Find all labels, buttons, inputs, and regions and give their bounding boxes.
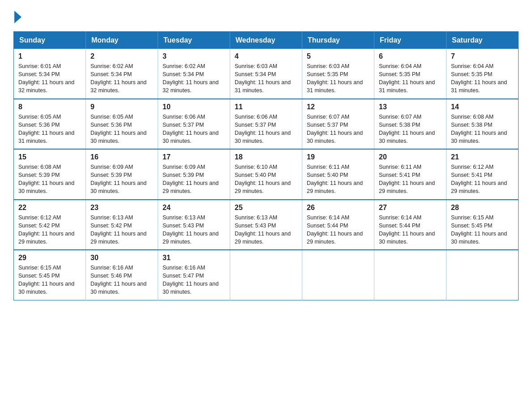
day-number: 28 bbox=[451, 204, 514, 212]
calendar-cell: 29Sunrise: 6:15 AMSunset: 5:45 PMDayligh… bbox=[14, 250, 86, 300]
calendar-week-row: 8Sunrise: 6:05 AMSunset: 5:36 PMDaylight… bbox=[14, 99, 519, 150]
calendar-cell: 13Sunrise: 6:07 AMSunset: 5:38 PMDayligh… bbox=[374, 99, 446, 150]
calendar-cell: 25Sunrise: 6:13 AMSunset: 5:43 PMDayligh… bbox=[230, 200, 302, 250]
weekday-header-sunday: Sunday bbox=[14, 32, 86, 49]
day-number: 22 bbox=[18, 204, 81, 212]
calendar-cell bbox=[230, 250, 302, 300]
calendar-cell: 22Sunrise: 6:12 AMSunset: 5:42 PMDayligh… bbox=[14, 200, 86, 250]
calendar-cell: 3Sunrise: 6:02 AMSunset: 5:34 PMDaylight… bbox=[158, 49, 230, 99]
calendar-cell: 7Sunrise: 6:04 AMSunset: 5:35 PMDaylight… bbox=[446, 49, 519, 99]
day-number: 25 bbox=[235, 204, 297, 212]
weekday-header-saturday: Saturday bbox=[446, 32, 519, 49]
day-info: Sunrise: 6:05 AMSunset: 5:36 PMDaylight:… bbox=[18, 113, 81, 146]
day-number: 27 bbox=[379, 204, 442, 212]
day-number: 12 bbox=[307, 103, 369, 111]
day-info: Sunrise: 6:15 AMSunset: 5:45 PMDaylight:… bbox=[18, 264, 81, 296]
day-number: 5 bbox=[307, 52, 369, 60]
day-info: Sunrise: 6:04 AMSunset: 5:35 PMDaylight:… bbox=[379, 62, 442, 95]
day-info: Sunrise: 6:03 AMSunset: 5:34 PMDaylight:… bbox=[235, 62, 297, 95]
calendar-cell: 20Sunrise: 6:11 AMSunset: 5:41 PMDayligh… bbox=[374, 149, 446, 200]
day-info: Sunrise: 6:13 AMSunset: 5:43 PMDaylight:… bbox=[163, 214, 225, 246]
calendar-cell: 1Sunrise: 6:01 AMSunset: 5:34 PMDaylight… bbox=[14, 49, 86, 99]
page-header bbox=[13, 9, 519, 23]
weekday-header-wednesday: Wednesday bbox=[230, 32, 302, 49]
day-info: Sunrise: 6:14 AMSunset: 5:44 PMDaylight:… bbox=[379, 214, 442, 246]
day-number: 18 bbox=[235, 153, 297, 161]
day-info: Sunrise: 6:01 AMSunset: 5:34 PMDaylight:… bbox=[18, 62, 81, 95]
calendar-cell: 28Sunrise: 6:15 AMSunset: 5:45 PMDayligh… bbox=[446, 200, 519, 250]
logo bbox=[13, 9, 23, 23]
day-info: Sunrise: 6:09 AMSunset: 5:39 PMDaylight:… bbox=[163, 163, 225, 196]
day-number: 26 bbox=[307, 204, 369, 212]
calendar-cell: 23Sunrise: 6:13 AMSunset: 5:42 PMDayligh… bbox=[86, 200, 158, 250]
calendar-cell: 10Sunrise: 6:06 AMSunset: 5:37 PMDayligh… bbox=[158, 99, 230, 150]
weekday-header-friday: Friday bbox=[374, 32, 446, 49]
day-info: Sunrise: 6:07 AMSunset: 5:37 PMDaylight:… bbox=[307, 113, 369, 146]
day-number: 31 bbox=[163, 254, 225, 262]
day-number: 9 bbox=[90, 103, 153, 111]
calendar-cell: 19Sunrise: 6:11 AMSunset: 5:40 PMDayligh… bbox=[302, 149, 374, 200]
calendar-cell bbox=[374, 250, 446, 300]
day-number: 15 bbox=[18, 153, 81, 161]
day-info: Sunrise: 6:06 AMSunset: 5:37 PMDaylight:… bbox=[163, 113, 225, 146]
calendar-cell: 17Sunrise: 6:09 AMSunset: 5:39 PMDayligh… bbox=[158, 149, 230, 200]
day-info: Sunrise: 6:16 AMSunset: 5:47 PMDaylight:… bbox=[163, 264, 225, 296]
day-number: 21 bbox=[451, 153, 514, 161]
logo-arrow-icon bbox=[14, 11, 21, 23]
calendar-cell bbox=[446, 250, 519, 300]
weekday-header-thursday: Thursday bbox=[302, 32, 374, 49]
calendar-cell bbox=[302, 250, 374, 300]
calendar-cell: 8Sunrise: 6:05 AMSunset: 5:36 PMDaylight… bbox=[14, 99, 86, 150]
calendar-cell: 14Sunrise: 6:08 AMSunset: 5:38 PMDayligh… bbox=[446, 99, 519, 150]
day-number: 19 bbox=[307, 153, 369, 161]
calendar-cell: 11Sunrise: 6:06 AMSunset: 5:37 PMDayligh… bbox=[230, 99, 302, 150]
day-number: 3 bbox=[163, 52, 225, 60]
day-number: 30 bbox=[90, 254, 153, 262]
calendar-cell: 15Sunrise: 6:08 AMSunset: 5:39 PMDayligh… bbox=[14, 149, 86, 200]
calendar-cell: 5Sunrise: 6:03 AMSunset: 5:35 PMDaylight… bbox=[302, 49, 374, 99]
day-info: Sunrise: 6:02 AMSunset: 5:34 PMDaylight:… bbox=[163, 62, 225, 95]
day-number: 23 bbox=[90, 204, 153, 212]
day-info: Sunrise: 6:12 AMSunset: 5:41 PMDaylight:… bbox=[451, 163, 514, 196]
calendar-week-row: 29Sunrise: 6:15 AMSunset: 5:45 PMDayligh… bbox=[14, 250, 519, 300]
day-info: Sunrise: 6:11 AMSunset: 5:41 PMDaylight:… bbox=[379, 163, 442, 196]
calendar-table: SundayMondayTuesdayWednesdayThursdayFrid… bbox=[13, 31, 519, 300]
day-info: Sunrise: 6:10 AMSunset: 5:40 PMDaylight:… bbox=[235, 163, 297, 196]
calendar-week-row: 15Sunrise: 6:08 AMSunset: 5:39 PMDayligh… bbox=[14, 149, 519, 200]
day-info: Sunrise: 6:05 AMSunset: 5:36 PMDaylight:… bbox=[90, 113, 153, 146]
weekday-header-tuesday: Tuesday bbox=[158, 32, 230, 49]
calendar-cell: 2Sunrise: 6:02 AMSunset: 5:34 PMDaylight… bbox=[86, 49, 158, 99]
day-number: 10 bbox=[163, 103, 225, 111]
calendar-cell: 24Sunrise: 6:13 AMSunset: 5:43 PMDayligh… bbox=[158, 200, 230, 250]
day-number: 16 bbox=[90, 153, 153, 161]
calendar-cell: 9Sunrise: 6:05 AMSunset: 5:36 PMDaylight… bbox=[86, 99, 158, 150]
calendar-cell: 26Sunrise: 6:14 AMSunset: 5:44 PMDayligh… bbox=[302, 200, 374, 250]
weekday-header-monday: Monday bbox=[86, 32, 158, 49]
calendar-cell: 12Sunrise: 6:07 AMSunset: 5:37 PMDayligh… bbox=[302, 99, 374, 150]
day-number: 8 bbox=[18, 103, 81, 111]
day-info: Sunrise: 6:02 AMSunset: 5:34 PMDaylight:… bbox=[90, 62, 153, 95]
day-info: Sunrise: 6:15 AMSunset: 5:45 PMDaylight:… bbox=[451, 214, 514, 246]
calendar-cell: 18Sunrise: 6:10 AMSunset: 5:40 PMDayligh… bbox=[230, 149, 302, 200]
day-number: 7 bbox=[451, 52, 514, 60]
day-number: 13 bbox=[379, 103, 442, 111]
day-info: Sunrise: 6:09 AMSunset: 5:39 PMDaylight:… bbox=[90, 163, 153, 196]
day-info: Sunrise: 6:08 AMSunset: 5:38 PMDaylight:… bbox=[451, 113, 514, 146]
day-number: 14 bbox=[451, 103, 514, 111]
day-info: Sunrise: 6:06 AMSunset: 5:37 PMDaylight:… bbox=[235, 113, 297, 146]
calendar-cell: 16Sunrise: 6:09 AMSunset: 5:39 PMDayligh… bbox=[86, 149, 158, 200]
day-number: 29 bbox=[18, 254, 81, 262]
day-info: Sunrise: 6:13 AMSunset: 5:42 PMDaylight:… bbox=[90, 214, 153, 246]
day-info: Sunrise: 6:11 AMSunset: 5:40 PMDaylight:… bbox=[307, 163, 369, 196]
day-number: 24 bbox=[163, 204, 225, 212]
day-number: 20 bbox=[379, 153, 442, 161]
day-number: 1 bbox=[18, 52, 81, 60]
calendar-cell: 30Sunrise: 6:16 AMSunset: 5:46 PMDayligh… bbox=[86, 250, 158, 300]
calendar-cell: 31Sunrise: 6:16 AMSunset: 5:47 PMDayligh… bbox=[158, 250, 230, 300]
day-info: Sunrise: 6:04 AMSunset: 5:35 PMDaylight:… bbox=[451, 62, 514, 95]
weekday-header-row: SundayMondayTuesdayWednesdayThursdayFrid… bbox=[14, 32, 519, 49]
calendar-cell: 21Sunrise: 6:12 AMSunset: 5:41 PMDayligh… bbox=[446, 149, 519, 200]
day-info: Sunrise: 6:16 AMSunset: 5:46 PMDaylight:… bbox=[90, 264, 153, 296]
day-number: 11 bbox=[235, 103, 297, 111]
day-number: 2 bbox=[90, 52, 153, 60]
